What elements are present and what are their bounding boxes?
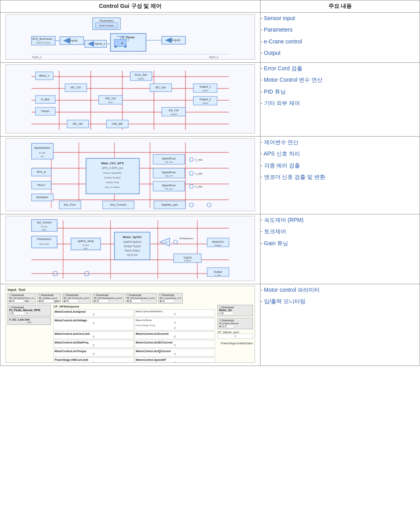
svg-text:output: output xyxy=(138,77,144,80)
svg-text:SpdRef   SpdOut: SpdRef SpdOut xyxy=(123,240,141,244)
svg-text:SpeedFunc: SpeedFunc xyxy=(162,171,176,174)
svg-text:APS_in  APS_out: APS_in APS_out xyxy=(102,167,123,170)
svg-text:InputSelector: InputSelector xyxy=(34,146,51,150)
svg-text:Output: Output xyxy=(214,270,222,274)
svg-text:In  Out: In Out xyxy=(41,225,48,228)
diagram-cell-1: Parameters SetPoi Param GFD_BusParam... … xyxy=(0,13,261,63)
svg-text:Input_s: Input_s xyxy=(209,56,218,59)
svg-text:TrqCtrl: TrqCtrl xyxy=(183,256,192,259)
item-1-1: - Sensor input xyxy=(261,13,420,24)
svg-text:In_Bus: In_Bus xyxy=(41,98,50,101)
input-thr[interactable] xyxy=(67,299,79,303)
download-btn-5[interactable]: □ DownloadBE_MCSettingValue_pct12⊕ xyxy=(125,293,157,304)
mc-speedkp: MotorControl.SpeedKP0 xyxy=(135,357,215,363)
diagram-cell-5: Input_Test □ DownloadBE_MCSettingTime_ms… xyxy=(0,284,261,366)
svg-text:Calc_Blk: Calc_Blk xyxy=(112,122,123,126)
diagram-cell-2: Block_1 MC_Ctrl PID_Ctrl tune Error_Det … xyxy=(0,63,261,137)
input-padal2[interactable] xyxy=(222,325,234,328)
download-btn-4[interactable]: □ DownloadBE_MCSettingValue_pct12⊕ xyxy=(92,293,124,304)
svg-text:Ext_Ctrl: Ext_Ctrl xyxy=(169,109,179,112)
input-lv[interactable] xyxy=(163,299,174,303)
item-4-1: - 속도제어 (RPM) xyxy=(261,214,420,226)
svg-text:value: value xyxy=(202,89,208,92)
svg-rect-14 xyxy=(114,39,126,47)
download-motor-de[interactable]: □ Download Motor_De ○ xyxy=(218,305,253,316)
v-dc-field: V_DC_Link.Volt mV xyxy=(8,317,51,325)
input-time[interactable] xyxy=(12,299,24,303)
download-padal[interactable]: □ Download Pa_Padal_Manual_RPM ○○ xyxy=(8,305,51,316)
input-val2[interactable] xyxy=(130,299,142,303)
svg-text:SpRun_ramp: SpRun_ramp xyxy=(77,240,94,243)
svg-text:value: value xyxy=(202,102,208,104)
input-padal-rpm[interactable] xyxy=(11,311,25,315)
item-2-3: - PID 튜닝 xyxy=(261,86,420,98)
svg-text:Inputs_s: Inputs_s xyxy=(95,42,105,45)
download-btn-6[interactable]: □ DownloadBE_LinearValue_mV⊕ xyxy=(158,293,183,304)
download-btn-2[interactable]: □ DownloadBE_SpMax_rpm1⊕rpm xyxy=(37,293,61,304)
item-2-1: - Error Cord 검출 xyxy=(261,63,420,74)
item-3-1: - 제어변수 연산 xyxy=(261,137,420,148)
item-5-2: - 입/출력 모니터링 xyxy=(261,296,420,307)
svg-text:Ref: Ref xyxy=(42,229,46,231)
diagram-cell-3: InputSelector In Out sel Main_Ctrl_APS A… xyxy=(0,137,261,214)
svg-text:MC_Var: MC_Var xyxy=(73,122,83,126)
svg-text:Main_Ctrl_APS: Main_Ctrl_APS xyxy=(101,161,124,165)
item-5-1: - Motor control 파라미터 xyxy=(261,284,420,296)
svg-text:FaultIn  Fault: FaultIn Fault xyxy=(106,181,119,184)
svg-text:output: output xyxy=(215,244,221,246)
download-pa-padal[interactable]: □ Download Pa_Padal_Manual ⊕ xyxy=(218,318,253,329)
svg-text:Sp_out: Sp_out xyxy=(165,175,173,177)
svg-text:Parameters: Parameters xyxy=(99,19,114,22)
mc-acttorque: MotorControl.ActTorque0 xyxy=(53,349,134,357)
mc-actvoltage: MotorControl.ActVoltage0 xyxy=(53,318,134,330)
svg-text:Kp Ki Kd: Kp Ki Kd xyxy=(127,253,137,257)
svg-text:MotorCtrl: MotorCtrl xyxy=(212,240,224,243)
svg-text:GFD_BusParam...: GFD_BusParam... xyxy=(32,38,54,41)
right-cell-4: - 속도제어 (RPM) - 토크제어 - Gain 튜닝 xyxy=(261,214,420,284)
svg-text:APS_In: APS_In xyxy=(37,171,46,174)
col1-header: Control Gui 구성 및 제어 xyxy=(0,0,261,13)
svg-text:Input_s: Input_s xyxy=(32,56,41,59)
svg-text:v_out: v_out xyxy=(195,185,202,188)
mc-actdccurrent: MotorControl.ActDCCurrent0 xyxy=(135,340,215,348)
svg-text:MC_Out: MC_Out xyxy=(156,86,166,89)
diagram-cell-4: Act_Current In Out Ref Parameters Gain O… xyxy=(0,214,261,284)
svg-text:Sp_out: Sp_out xyxy=(165,161,173,163)
diagram-svg-1: Parameters SetPoi Param GFD_BusParam... … xyxy=(6,15,255,60)
right-cell-3: - 제어변수 연산 - APS 신호 처리 - 각종 에러 검출 - 엔코더 신… xyxy=(261,137,420,214)
diagram-2: Block_1 MC_Ctrl PID_Ctrl tune Error_Det … xyxy=(6,64,255,133)
item-4-2: - 토크제어 xyxy=(261,226,420,237)
svg-text:v_out: v_out xyxy=(215,274,221,276)
svg-text:Output_2: Output_2 xyxy=(200,98,211,101)
item-1-3: - e-Crane control xyxy=(261,36,420,47)
svg-text:v_out: v_out xyxy=(195,158,202,161)
mc-actspeed: MotorControl.ActSpeed0 xyxy=(53,309,134,317)
svg-text:Outputs: Outputs xyxy=(171,39,181,42)
download-btn-1[interactable]: □ DownloadBE_MCSettingTime_ms⊕ms xyxy=(8,293,36,304)
input-spm[interactable] xyxy=(42,299,54,303)
svg-text:Enable  TorqRef: Enable TorqRef xyxy=(104,176,121,179)
table-header: Control Gui 구성 및 제어 주요 내용 xyxy=(0,0,420,13)
svg-text:Parameters: Parameters xyxy=(37,238,52,240)
input-val[interactable] xyxy=(97,299,109,303)
input-motor-de[interactable] xyxy=(221,311,233,315)
item-1-4: - Output xyxy=(261,47,420,59)
download-btn-3[interactable]: □ DownloadBE_MCThreshold_pct12⊕ xyxy=(62,293,91,304)
item-4-3: - Gain 튜닝 xyxy=(261,238,420,249)
right-cell-1: - Sensor input - Parameters - e-Crane co… xyxy=(261,13,420,63)
svg-text:Param    Status: Param Status xyxy=(124,249,140,252)
svg-text:SpqMax_rpm: SpqMax_rpm xyxy=(161,203,178,206)
table-row: Input_Test □ DownloadBE_MCSettingTime_ms… xyxy=(0,284,420,366)
svg-text:In  Out: In Out xyxy=(82,244,89,246)
cp-rpm-label: CP_RPMSetpoint xyxy=(53,305,215,308)
diagram-svg-4: Act_Current In Out Ref Parameters Gain O… xyxy=(6,216,255,281)
slip-val: 0 xyxy=(218,334,253,339)
mc-actcurrlimit: MotorControl.ActCurrLimit0 xyxy=(53,331,134,339)
main-table: Control Gui 구성 및 제어 주요 내용 Parameters Set… xyxy=(0,0,420,366)
svg-text:Activation: Activation xyxy=(36,196,48,199)
svg-text:Error_Det: Error_Det xyxy=(135,73,147,77)
item-2-4: - 기타 외부 제어 xyxy=(261,98,420,109)
panel-title: Input_Test xyxy=(8,288,253,292)
svg-point-18 xyxy=(114,45,117,48)
svg-text:Inputs: Inputs xyxy=(70,39,78,42)
